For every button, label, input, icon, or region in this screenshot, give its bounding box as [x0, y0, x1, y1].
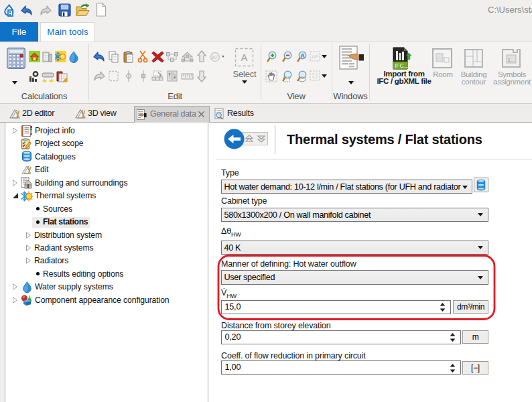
svg-text:90°: 90° [212, 55, 218, 60]
svg-text:1...: 1... [507, 57, 515, 63]
svg-text:A: A [300, 52, 304, 59]
svg-text:IFC...: IFC... [395, 62, 409, 69]
svg-text:ΔP: ΔP [312, 54, 318, 59]
svg-text:A: A [241, 52, 247, 63]
